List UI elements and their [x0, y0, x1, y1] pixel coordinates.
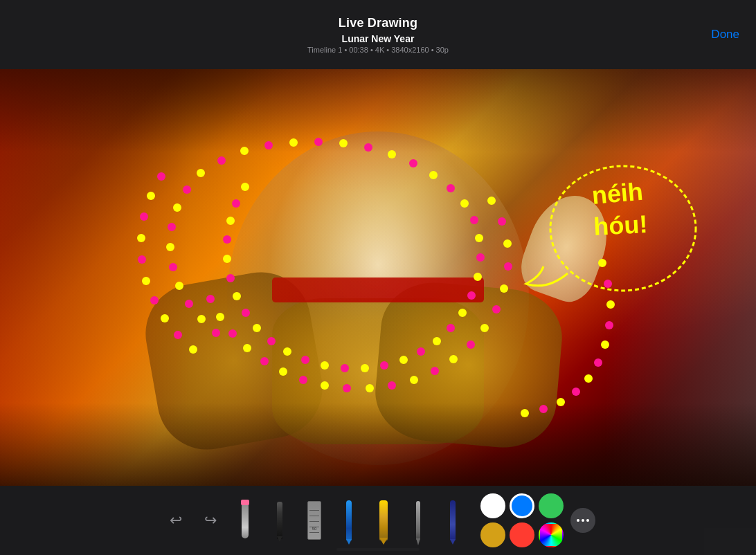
more-options-button[interactable]	[570, 508, 595, 533]
eraser-tool[interactable]	[230, 495, 260, 545]
project-name: Lunar New Year	[342, 33, 415, 44]
toolbar: ↩ ↪	[0, 486, 756, 555]
top-bar: Live Drawing Lunar New Year Timeline 1 •…	[0, 0, 756, 69]
red-swatch[interactable]	[510, 522, 534, 547]
white-swatch[interactable]	[480, 493, 505, 518]
ruler-icon	[307, 501, 321, 540]
ruler-tool[interactable]	[299, 495, 330, 545]
title-area: Live Drawing Lunar New Year Timeline 1 •…	[307, 16, 449, 54]
canvas-area[interactable]: néih hóu!	[0, 69, 756, 486]
eraser-icon	[242, 502, 249, 538]
gold-marker-tool[interactable]	[368, 495, 399, 545]
deep-blue-pen-tool[interactable]	[438, 495, 468, 545]
undo-button[interactable]: ↩	[161, 495, 191, 545]
blue-pen-tool[interactable]	[334, 495, 364, 545]
color-palette	[480, 493, 564, 547]
project-meta: Timeline 1 • 00:38 • 4K • 3840x2160 • 30…	[307, 46, 449, 54]
marker-gold-icon	[379, 500, 388, 540]
page-title: Live Drawing	[339, 16, 417, 30]
gold-swatch[interactable]	[480, 522, 505, 547]
pen-deep-blue-icon	[450, 500, 456, 540]
redo-button[interactable]: ↪	[195, 495, 226, 545]
rainbow-swatch[interactable]	[539, 522, 564, 547]
dark-pencil-tool[interactable]	[264, 495, 295, 545]
green-swatch[interactable]	[539, 493, 564, 518]
fountain-pen-icon	[416, 501, 420, 540]
done-button[interactable]: Done	[711, 28, 739, 42]
blue-swatch[interactable]	[510, 493, 534, 518]
pencil-dark-icon	[277, 502, 282, 539]
pen-blue-icon	[346, 500, 352, 540]
photo-background	[0, 69, 756, 486]
more-dots-icon	[577, 519, 589, 522]
fountain-pen-tool[interactable]	[403, 495, 433, 545]
